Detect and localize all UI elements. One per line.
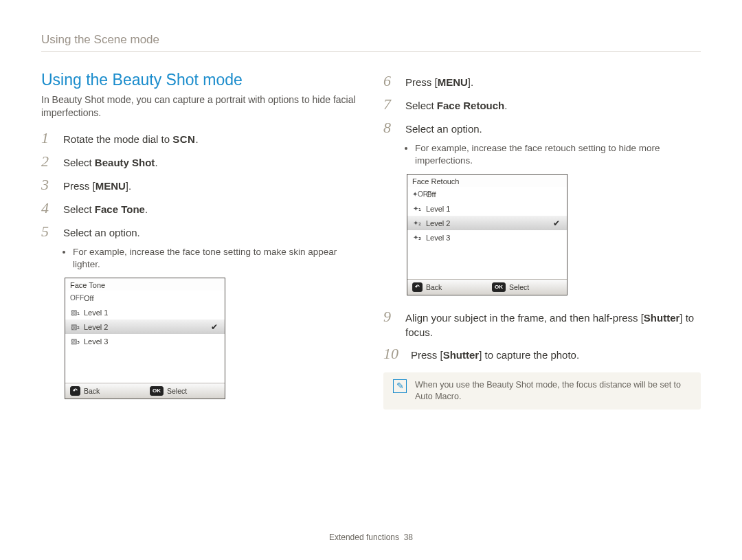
step-number: 2 [41, 153, 56, 170]
step-4: Select Face Tone. [63, 203, 148, 216]
step-number: 9 [383, 308, 398, 326]
right-column: 6 Press [MENU]. 7 Select Face Retouch. 8… [383, 64, 701, 410]
intro-text: In Beauty Shot mode, you can capture a p… [41, 93, 359, 120]
shot-row-label: Off [84, 294, 93, 302]
ok-key-icon: OK [150, 386, 164, 396]
step-number: 10 [383, 345, 404, 363]
shot-row: ✦₁ Level 1 [407, 201, 567, 216]
shot-row-label: Off [426, 190, 436, 199]
steps-right: 6 Press [MENU]. 7 Select Face Retouch. 8… [383, 72, 701, 137]
shot-row-label: Level 1 [426, 205, 450, 213]
step-number: 8 [383, 119, 398, 137]
level-icon: ✦₃ [412, 234, 422, 241]
step-number: 5 [41, 223, 56, 240]
page-footer: Extended functions 38 [0, 533, 742, 542]
shot-row: ▧₁ Level 1 [65, 305, 225, 320]
note-box: ✎ When you use the Beauty Shot mode, the… [383, 372, 701, 410]
step-number: 6 [383, 72, 398, 90]
section-title: Using the Beauty Shot mode [41, 71, 359, 89]
step-6: Press [MENU]. [405, 76, 473, 89]
shot-row: ✦₃ Level 3 [407, 230, 567, 245]
shot-footer: ↶ Back OK Select [407, 279, 567, 295]
select-label: Select [167, 387, 187, 395]
step-2: Select Beauty Shot. [63, 156, 158, 170]
menu-glyph: MENU [95, 180, 126, 192]
level-icon: ▧₃ [70, 337, 80, 345]
screenshot-face-tone: Face Tone OFF Off ▧₁ Level 1 ▧₂ Level 2 … [65, 278, 225, 399]
level-icon: ✦₁ [412, 205, 422, 212]
shot-row: ▧₃ Level 3 [65, 334, 225, 348]
back-key-icon: ↶ [412, 282, 423, 292]
step-8-sublist: For example, increase the face retouch s… [415, 142, 701, 167]
step-9: Align your subject in the frame, and the… [405, 311, 701, 339]
shot-row-label: Level 2 [426, 219, 450, 227]
back-label: Back [426, 283, 442, 291]
shot-title: Face Tone [65, 278, 225, 291]
step-number: 7 [383, 96, 398, 113]
steps-right-2: 9 Align your subject in the frame, and t… [383, 308, 701, 363]
shot-row-label: Level 1 [84, 309, 108, 317]
shot-row-label: Level 2 [84, 323, 108, 331]
step-7: Select Face Retouch. [405, 99, 507, 113]
note-text: When you use the Beauty Shot mode, the f… [415, 379, 691, 403]
shot-row-selected: ✦₂ Level 2 ✔ [407, 216, 567, 230]
level-icon: ▧₂ [70, 323, 80, 331]
step-number: 1 [41, 129, 56, 147]
check-icon: ✔ [553, 219, 562, 228]
step-3: Press [MENU]. [63, 179, 131, 193]
ok-key-icon: OK [492, 282, 506, 292]
steps-left: 1 Rotate the mode dial to SCN. 2 Select … [41, 129, 359, 240]
step-5-sub: For example, increase the face tone sett… [73, 246, 359, 271]
level-icon: ▧₁ [70, 309, 80, 316]
shot-row-selected: ▧₂ Level 2 ✔ [65, 320, 225, 334]
shot-row-label: Level 3 [84, 337, 108, 346]
off-icon: OFF [70, 294, 80, 302]
back-label: Back [84, 387, 100, 395]
shot-title: Face Retouch [407, 175, 567, 187]
select-label: Select [509, 283, 529, 291]
step-5: Select an option. [63, 226, 140, 240]
level-icon: ✦₂ [412, 219, 422, 227]
scn-glyph: SCN [172, 133, 195, 146]
step-8-sub: For example, increase the face retouch s… [415, 142, 701, 167]
menu-glyph: MENU [438, 76, 468, 88]
step-5-sublist: For example, increase the face tone sett… [73, 246, 359, 271]
step-number: 3 [41, 176, 56, 194]
step-10: Press [Shutter] to capture the photo. [411, 348, 579, 362]
shot-footer: ↶ Back OK Select [65, 383, 225, 399]
screenshot-face-retouch: Face Retouch ✦OFF Off ✦₁ Level 1 ✦₂ Leve… [407, 174, 567, 295]
step-number: 4 [41, 199, 56, 217]
check-icon: ✔ [211, 322, 220, 332]
off-icon: ✦OFF [412, 190, 422, 198]
step-8: Select an option. [405, 122, 482, 136]
left-column: Using the Beauty Shot mode In Beauty Sho… [41, 64, 359, 410]
shot-row: ✦OFF Off [407, 187, 567, 201]
step-1: Rotate the mode dial to SCN. [63, 133, 199, 146]
shot-row: OFF Off [65, 291, 225, 305]
running-head: Using the Scene mode [41, 33, 701, 52]
shot-row-label: Level 3 [426, 234, 450, 242]
back-key-icon: ↶ [70, 386, 80, 396]
info-icon: ✎ [393, 379, 407, 393]
